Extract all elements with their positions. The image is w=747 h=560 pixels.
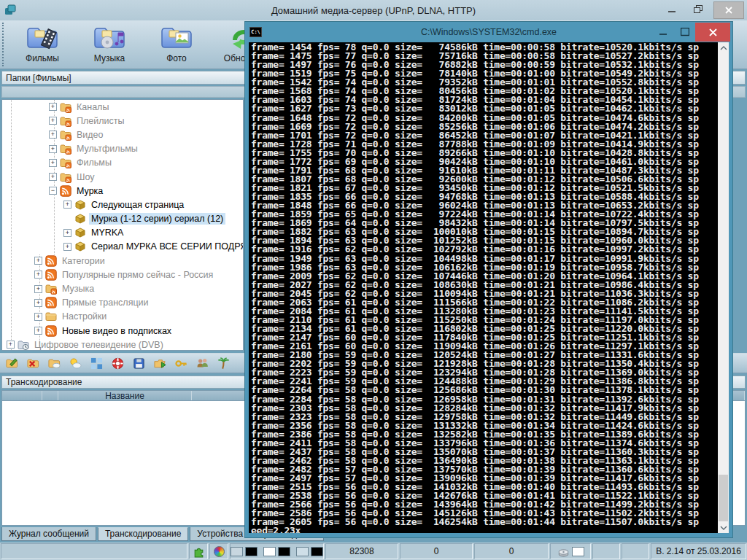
tree-item-label: Следующая страница xyxy=(89,199,186,211)
expand-icon[interactable]: + xyxy=(63,201,71,209)
tree-item-label: Музыка xyxy=(60,283,96,295)
tree-item[interactable]: +Настройки xyxy=(2,310,243,324)
tree-item[interactable]: +Цифровое телевидение (DVB) xyxy=(2,338,243,351)
save-icon[interactable] xyxy=(133,357,145,370)
tree-item[interactable]: +Прямые трансляции xyxy=(2,296,243,310)
toolbar-grip[interactable] xyxy=(2,23,7,66)
rss-icon xyxy=(45,325,57,337)
expand-icon[interactable]: + xyxy=(63,229,71,237)
tree-item[interactable]: +Плейлисты xyxy=(2,114,243,128)
cmd-window: C:\ C:\Windows\SYSTEM32\cmd.exe frame= 1… xyxy=(245,22,732,537)
gold-box-icon xyxy=(74,199,86,211)
tree-item[interactable]: +Музыка xyxy=(2,281,243,295)
gold-box-icon xyxy=(74,213,86,225)
tree-item-label: Мурка (1-12 серии) сериал (12) xyxy=(89,213,225,225)
tree-item[interactable]: +Следующая страница xyxy=(2,198,243,211)
column-header[interactable] xyxy=(42,391,58,400)
console: frame= 1454 fps= 78 q=0.0 size= 74586kB … xyxy=(249,42,729,533)
tree-item[interactable]: +MYRKA xyxy=(2,226,243,240)
scroll-down-icon[interactable] xyxy=(718,522,729,533)
expand-icon[interactable]: + xyxy=(34,313,42,321)
tree-item[interactable]: Мурка (1-12 серии) сериал (12) xyxy=(2,212,243,226)
status-cell-empty xyxy=(592,543,620,559)
expand-icon[interactable]: + xyxy=(34,327,42,335)
toolbar-button-музыка[interactable]: Музыка xyxy=(76,20,143,67)
tree-item-label: Цифровое телевидение (DVB) xyxy=(32,339,166,351)
tree-item[interactable]: +Сериал МУРКА ВСЕ СЕРИИ ПОДРЯД xyxy=(2,240,243,254)
tree-item-label: Прямые трансляции xyxy=(60,297,151,308)
remove-folder-icon[interactable] xyxy=(27,357,39,370)
cmd-minimize-button[interactable] xyxy=(653,23,674,42)
tree-item[interactable]: +Каналы xyxy=(2,100,243,114)
tree-item-label: Сериал МУРКА ВСЕ СЕРИИ ПОДРЯД xyxy=(89,241,244,252)
app-restore-button[interactable] xyxy=(687,1,709,18)
cmd-close-button[interactable] xyxy=(695,23,730,42)
tree-item[interactable]: +Видео xyxy=(2,128,243,141)
status-cell-empty xyxy=(1,543,187,559)
tree-item-label: Мурка xyxy=(74,185,105,197)
palm-icon[interactable] xyxy=(217,357,230,370)
status-cell-plugin xyxy=(189,543,208,559)
tree-item[interactable]: +Фильмы xyxy=(2,156,243,170)
app-close-button[interactable] xyxy=(713,1,744,19)
expand-icon[interactable]: + xyxy=(49,159,57,167)
expand-icon[interactable]: + xyxy=(7,341,15,349)
tree-item-label: Видео xyxy=(74,129,106,141)
expand-icon[interactable]: + xyxy=(49,131,57,139)
tree-item[interactable]: +Категории xyxy=(2,254,243,268)
tree-item[interactable]: +Новые видео в подписках xyxy=(2,324,243,338)
folder-icon xyxy=(45,311,57,322)
edit-folder-icon[interactable] xyxy=(6,357,18,370)
tree-item[interactable]: −Мурка xyxy=(2,184,243,198)
cloud-folder-icon[interactable] xyxy=(48,357,61,370)
toolbar-button-label: Фото xyxy=(166,53,187,63)
expand-icon[interactable]: + xyxy=(49,173,57,181)
column-header-name[interactable]: Название xyxy=(58,391,192,400)
movies-folder-icon xyxy=(26,23,59,52)
tab-active[interactable]: Транскодирование xyxy=(98,527,188,541)
expand-icon[interactable]: + xyxy=(63,243,71,251)
tree-item-label: Категории xyxy=(60,255,107,267)
lifebuoy-icon[interactable] xyxy=(112,357,124,370)
folder-rss-icon xyxy=(60,157,71,168)
toolbar-button-label: Музыка xyxy=(94,53,125,63)
tree-item-label: MYRKA xyxy=(89,227,125,238)
toolbar-button-фото[interactable]: Фото xyxy=(143,20,210,67)
tree-item[interactable]: +Мультфильмы xyxy=(2,142,243,156)
scrollbar-thumb[interactable] xyxy=(719,475,728,521)
cmd-maximize-button[interactable] xyxy=(674,23,695,42)
status-cell-colors xyxy=(209,543,228,559)
mosaic-icon[interactable] xyxy=(90,357,103,370)
tree-item[interactable]: +Шоу xyxy=(2,170,243,184)
users-icon[interactable] xyxy=(196,357,209,370)
console-scrollbar[interactable] xyxy=(718,42,729,533)
tree-item-label: Мультфильмы xyxy=(74,143,140,155)
folder-rss-icon xyxy=(60,143,71,155)
color-swatch xyxy=(278,547,290,556)
tree-item[interactable]: +Популярные прямо сейчас - Россия xyxy=(2,268,243,281)
expand-icon[interactable]: + xyxy=(34,271,42,279)
toolbar-button-фильмы[interactable]: Фильмы xyxy=(9,20,76,67)
toolbar-button-label: Фильмы xyxy=(26,53,59,63)
app-minimize-button[interactable] xyxy=(661,1,683,18)
folder-clock-icon xyxy=(18,339,29,351)
folder-rss-icon xyxy=(60,129,71,141)
app-titlebar: Домашний медиа-сервер (UPnP, DLNA, HTTP) xyxy=(0,0,747,20)
key-icon[interactable] xyxy=(175,357,187,370)
tree-item-label: Новые видео в подписках xyxy=(60,325,174,337)
tab-inactive[interactable]: Журнал сообщений xyxy=(1,527,96,541)
scroll-up-icon[interactable] xyxy=(718,42,729,53)
collapse-icon[interactable]: − xyxy=(49,187,57,195)
expand-icon[interactable]: + xyxy=(34,285,42,293)
expand-icon[interactable]: + xyxy=(49,145,57,153)
tree-item-label: Настройки xyxy=(60,311,109,322)
color-swatch xyxy=(311,547,323,556)
column-header[interactable] xyxy=(2,391,42,400)
expand-icon[interactable]: + xyxy=(49,117,57,125)
expand-icon[interactable]: + xyxy=(34,299,42,307)
rss-icon xyxy=(45,269,57,281)
expand-icon[interactable]: + xyxy=(34,257,42,265)
expand-icon[interactable]: + xyxy=(49,103,57,111)
weather-icon[interactable] xyxy=(69,357,82,370)
open-folder-icon[interactable] xyxy=(154,357,166,370)
